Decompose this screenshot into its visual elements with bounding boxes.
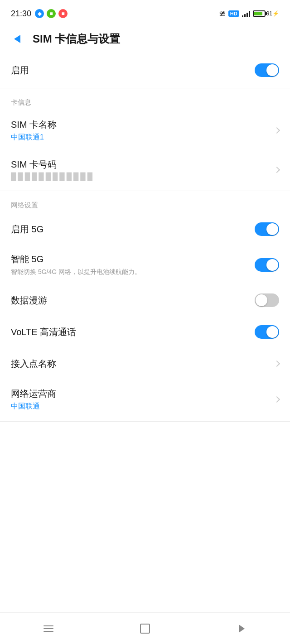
volte-toggle-thumb xyxy=(266,326,278,338)
chevron-right-icon xyxy=(274,127,280,134)
sim-name-item[interactable]: SIM 卡名称 中国联通1 xyxy=(0,111,290,150)
card-info-section-label: 卡信息 xyxy=(0,90,290,111)
sim-number-value: ████████████ xyxy=(11,173,275,181)
volte-item[interactable]: VoLTE 高清通话 xyxy=(0,316,290,348)
carrier-left: 网络运营商 中国联通 xyxy=(11,388,275,411)
data-roaming-title: 数据漫游 xyxy=(11,294,255,307)
smart-5g-left: 智能 5G 智能切换 5G/4G 网络，以提升电池续航能力。 xyxy=(11,253,255,276)
smart-5g-title: 智能 5G xyxy=(11,253,255,265)
apn-chevron-icon xyxy=(274,360,280,367)
enable-toggle-thumb xyxy=(266,64,278,76)
divider-3 xyxy=(0,421,290,422)
sim-number-title: SIM 卡号码 xyxy=(11,159,275,171)
enable-5g-item[interactable]: 启用 5G xyxy=(0,213,290,245)
divider-2 xyxy=(0,191,290,191)
data-roaming-item[interactable]: 数据漫游 xyxy=(0,284,290,316)
apn-right xyxy=(275,361,279,366)
smart-5g-item[interactable]: 智能 5G 智能切换 5G/4G 网络，以提升电池续航能力。 xyxy=(0,245,290,284)
enable-5g-toggle-thumb xyxy=(266,223,278,235)
volte-left: VoLTE 高清通话 xyxy=(11,326,255,338)
home-icon xyxy=(140,624,150,634)
enable-setting-item[interactable]: 启用 xyxy=(0,54,290,86)
carrier-chevron-icon xyxy=(274,396,280,403)
sim-number-left: SIM 卡号码 ████████████ xyxy=(11,159,275,181)
sim-name-right xyxy=(275,128,279,133)
enable-toggle[interactable] xyxy=(255,63,279,77)
sim-name-left: SIM 卡名称 中国联通1 xyxy=(11,119,275,142)
battery-icon xyxy=(253,10,266,17)
hd-badge: HD xyxy=(228,10,239,17)
volte-toggle[interactable] xyxy=(255,325,279,339)
enable-label-group: 启用 xyxy=(11,64,255,77)
bottom-nav xyxy=(0,612,290,644)
back-button[interactable] xyxy=(9,31,25,47)
sim-name-title: SIM 卡名称 xyxy=(11,119,275,131)
enable-5g-left: 启用 5G xyxy=(11,223,255,235)
status-left: 21:30 ◆ ■ ■ xyxy=(11,9,68,19)
carrier-right xyxy=(275,397,279,402)
smart-5g-desc: 智能切换 5G/4G 网络，以提升电池续航能力。 xyxy=(11,268,255,276)
settings-list: 启用 卡信息 SIM 卡名称 中国联通1 SIM 卡号码 ███████████… xyxy=(0,54,290,422)
status-right-icons: ≇ HD 91⚡ xyxy=(219,9,279,19)
chevron-right-icon-2 xyxy=(274,166,280,173)
divider-1 xyxy=(0,88,290,88)
data-roaming-toggle-thumb xyxy=(256,294,267,306)
smart-5g-toggle[interactable] xyxy=(255,258,279,272)
enable-5g-title: 启用 5G xyxy=(11,223,255,235)
status-time: 21:30 xyxy=(11,9,31,19)
nav-back-button[interactable] xyxy=(223,620,260,638)
status-notification-icons: ◆ ■ ■ xyxy=(35,9,68,18)
page-title: SIM 卡信息与设置 xyxy=(33,32,120,46)
carrier-title: 网络运营商 xyxy=(11,388,275,400)
sim-name-value: 中国联通1 xyxy=(11,133,275,142)
sim-number-item[interactable]: SIM 卡号码 ████████████ xyxy=(0,150,290,189)
back-arrow-icon xyxy=(14,35,20,43)
enable-title: 启用 xyxy=(11,64,255,77)
volte-title: VoLTE 高清通话 xyxy=(11,326,255,338)
volte-right xyxy=(255,325,279,339)
enable-5g-right xyxy=(255,222,279,236)
enable-5g-toggle[interactable] xyxy=(255,222,279,236)
notification-icon-blue: ◆ xyxy=(35,9,44,18)
smart-5g-toggle-thumb xyxy=(266,259,278,271)
carrier-value: 中国联通 xyxy=(11,402,275,411)
apn-left: 接入点名称 xyxy=(11,358,275,370)
toolbar: SIM 卡信息与设置 xyxy=(0,25,290,54)
data-roaming-toggle[interactable] xyxy=(255,293,279,307)
smart-5g-right xyxy=(255,258,279,272)
data-roaming-right xyxy=(255,293,279,307)
apn-item[interactable]: 接入点名称 xyxy=(0,348,290,380)
nav-home-button[interactable] xyxy=(127,620,163,638)
menu-icon xyxy=(44,625,53,632)
nav-menu-button[interactable] xyxy=(30,620,67,638)
sim-number-right xyxy=(275,168,279,172)
signal-bars xyxy=(242,10,250,17)
wifi-icon: ≇ xyxy=(219,9,226,19)
enable-toggle-group xyxy=(255,63,279,77)
battery-box: 91⚡ xyxy=(253,10,279,17)
notification-icon-green: ■ xyxy=(47,9,56,18)
data-roaming-left: 数据漫游 xyxy=(11,294,255,307)
apn-title: 接入点名称 xyxy=(11,358,275,370)
status-bar: 21:30 ◆ ■ ■ ≇ HD 91⚡ xyxy=(0,0,290,25)
carrier-item[interactable]: 网络运营商 中国联通 xyxy=(0,380,290,419)
back-nav-icon xyxy=(239,625,245,633)
battery-percent: 91⚡ xyxy=(266,10,279,17)
notification-icon-red: ■ xyxy=(58,9,68,18)
network-section-label: 网络设置 xyxy=(0,193,290,213)
battery-fill xyxy=(254,12,263,15)
